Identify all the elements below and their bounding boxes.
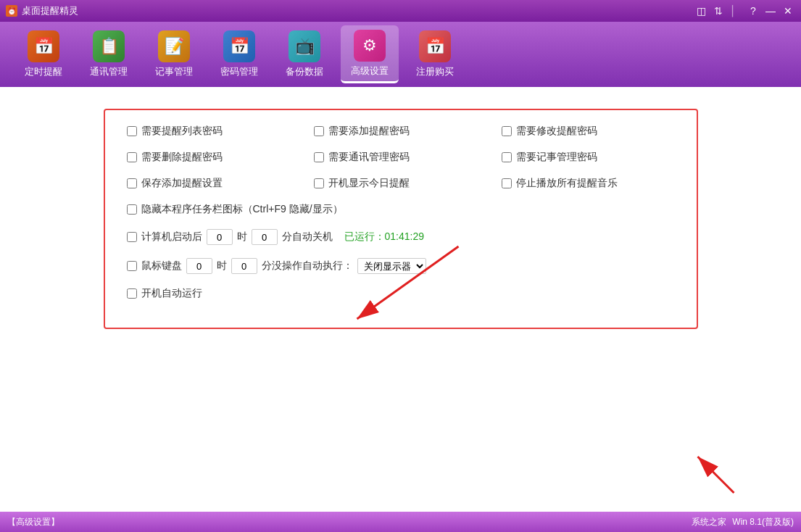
- label-notes-mgr-pwd: 需要记事管理密码: [516, 151, 597, 164]
- register-icon: 📅: [419, 30, 451, 62]
- checkbox-stop-sound-input[interactable]: [502, 178, 512, 188]
- settings-row-2: 需要删除提醒密码 需要通讯管理密码 需要记事管理密码: [127, 151, 675, 164]
- idle-action-dropdown-container: 关闭显示器 睡眠 休眠 关机 重启: [357, 258, 426, 274]
- icon-arrow-btn[interactable]: ⇅: [711, 4, 726, 18]
- minimize-button[interactable]: —: [763, 4, 778, 18]
- label-hide-tray: 隐藏本程序任务栏图标（Ctrl+F9 隐藏/显示）: [141, 203, 343, 216]
- label-autostart: 开机自动运行: [141, 287, 202, 300]
- status-right: 系统之家 Win 8.1(普及版): [692, 516, 794, 528]
- label-save-add-settings: 保存添加提醒设置: [141, 177, 223, 190]
- toolbar-label-password: 密码管理: [220, 65, 258, 78]
- title-bar-left: ⏰ 桌面提醒精灵: [6, 4, 78, 17]
- notes-icon: 📝: [158, 30, 190, 62]
- checkbox-contact-mgr-pwd-input[interactable]: [314, 152, 324, 162]
- toolbar-item-password[interactable]: 📅 密码管理: [210, 25, 268, 83]
- label-contact-mgr-pwd: 需要通讯管理密码: [328, 151, 410, 164]
- checkbox-idle-input[interactable]: [127, 261, 137, 271]
- checkbox-save-add-settings: 保存添加提醒设置: [127, 177, 300, 190]
- timer-icon: 📅: [28, 30, 59, 62]
- checkbox-remind-list-pwd-input[interactable]: [127, 126, 137, 136]
- checkbox-remind-list-pwd: 需要提醒列表密码: [127, 125, 300, 138]
- label-show-today: 开机显示今日提醒: [328, 177, 410, 190]
- status-left: 【高级设置】: [7, 516, 59, 528]
- toolbar-label-backup: 备份数据: [286, 65, 323, 78]
- toolbar-label-register: 注册购买: [416, 65, 454, 78]
- svg-line-2: [698, 457, 734, 493]
- settings-row-3: 保存添加提醒设置 开机显示今日提醒 停止播放所有提醒音乐: [127, 177, 675, 190]
- toolbar: 📅 定时提醒 📋 通讯管理 📝 记事管理 📅 密码管理 📺 备份数据 ⚙ 高级设…: [0, 22, 801, 87]
- checkbox-add-remind-pwd: 需要添加提醒密码: [314, 125, 487, 138]
- toolbar-label-contacts: 通讯管理: [90, 65, 128, 78]
- settings-row-shutdown: 计算机启动后 时 分自动关机 已运行：01:41:29: [127, 229, 675, 245]
- settings-icon: ⚙: [354, 30, 386, 62]
- checkbox-del-remind-pwd-input[interactable]: [127, 152, 137, 162]
- idle-action-select[interactable]: 关闭显示器 睡眠 休眠 关机 重启: [357, 258, 426, 274]
- checkbox-hide-tray-input[interactable]: [127, 204, 137, 215]
- settings-row-1: 需要提醒列表密码 需要添加提醒密码 需要修改提醒密码: [127, 125, 675, 138]
- password-icon: 📅: [223, 30, 255, 62]
- title-bar-divider: ▏: [729, 4, 743, 18]
- label-shutdown-m: 分自动关机: [282, 230, 333, 244]
- checkbox-stop-sound: 停止播放所有提醒音乐: [502, 177, 675, 190]
- status-bar: 【高级设置】 系统之家 Win 8.1(普及版): [0, 512, 801, 532]
- running-time-label: 已运行：01:41:29: [344, 230, 425, 244]
- label-remind-list-pwd: 需要提醒列表密码: [141, 125, 223, 138]
- settings-row-autostart: 开机自动运行: [127, 287, 675, 300]
- app-title: 桌面提醒精灵: [22, 4, 78, 17]
- checkbox-autostart-input[interactable]: [127, 288, 137, 299]
- label-idle-m: 分没操作自动执行：: [262, 259, 353, 273]
- checkbox-show-today-input[interactable]: [314, 178, 324, 188]
- label-idle-prefix: 鼠标键盘: [141, 259, 182, 273]
- idle-hours-input[interactable]: [186, 258, 212, 274]
- toolbar-item-backup[interactable]: 📺 备份数据: [275, 25, 333, 83]
- checkbox-add-remind-pwd-input[interactable]: [314, 126, 324, 136]
- checkbox-del-remind-pwd: 需要删除提醒密码: [127, 151, 300, 164]
- checkbox-contact-mgr-pwd: 需要通讯管理密码: [314, 151, 487, 164]
- toolbar-item-notes[interactable]: 📝 记事管理: [145, 25, 203, 83]
- toolbar-label-timer: 定时提醒: [25, 65, 62, 78]
- checkbox-notes-mgr-pwd-input[interactable]: [502, 152, 512, 162]
- backup-icon: 📺: [289, 30, 320, 62]
- settings-panel: 需要提醒列表密码 需要添加提醒密码 需要修改提醒密码 需要删除提醒密码 需要通讯…: [104, 109, 698, 329]
- toolbar-label-settings: 高级设置: [351, 65, 389, 78]
- toolbar-label-notes: 记事管理: [155, 65, 193, 78]
- close-button[interactable]: ✕: [781, 4, 795, 18]
- checkbox-modify-remind-pwd: 需要修改提醒密码: [502, 125, 675, 138]
- toolbar-item-timer[interactable]: 📅 定时提醒: [14, 25, 72, 83]
- checkbox-show-today: 开机显示今日提醒: [314, 177, 487, 190]
- shutdown-hours-input[interactable]: [207, 229, 233, 245]
- label-del-remind-pwd: 需要删除提醒密码: [141, 151, 223, 164]
- main-content: 需要提醒列表密码 需要添加提醒密码 需要修改提醒密码 需要删除提醒密码 需要通讯…: [0, 87, 801, 512]
- idle-minutes-input[interactable]: [231, 258, 257, 274]
- label-add-remind-pwd: 需要添加提醒密码: [328, 125, 410, 138]
- label-modify-remind-pwd: 需要修改提醒密码: [516, 125, 597, 138]
- help-button[interactable]: ?: [746, 4, 760, 18]
- status-os: Win 8.1(普及版): [732, 516, 794, 528]
- shutdown-minutes-input[interactable]: [252, 229, 278, 245]
- toolbar-item-settings[interactable]: ⚙ 高级设置: [341, 25, 399, 83]
- label-shutdown-prefix: 计算机启动后: [141, 230, 202, 244]
- icon-monitor-btn[interactable]: ◫: [694, 4, 708, 18]
- settings-row-hide-tray: 隐藏本程序任务栏图标（Ctrl+F9 隐藏/显示）: [127, 203, 675, 216]
- contacts-icon: 📋: [93, 30, 125, 62]
- label-stop-sound: 停止播放所有提醒音乐: [516, 177, 618, 190]
- app-icon: ⏰: [6, 5, 17, 17]
- toolbar-item-register[interactable]: 📅 注册购买: [406, 25, 464, 83]
- checkbox-shutdown-input[interactable]: [127, 232, 137, 242]
- label-idle-h: 时: [217, 259, 227, 273]
- status-right-text: 系统之家: [692, 516, 726, 528]
- label-shutdown-h: 时: [237, 230, 247, 244]
- checkbox-notes-mgr-pwd: 需要记事管理密码: [502, 151, 675, 164]
- settings-row-idle: 鼠标键盘 时 分没操作自动执行： 关闭显示器 睡眠 休眠 关机 重启: [127, 258, 675, 274]
- checkbox-save-add-settings-input[interactable]: [127, 178, 137, 188]
- title-bar-controls: ◫ ⇅ ▏ ? — ✕: [694, 4, 795, 18]
- title-bar: ⏰ 桌面提醒精灵 ◫ ⇅ ▏ ? — ✕: [0, 0, 801, 22]
- checkbox-modify-remind-pwd-input[interactable]: [502, 126, 512, 136]
- toolbar-item-contacts[interactable]: 📋 通讯管理: [80, 25, 138, 83]
